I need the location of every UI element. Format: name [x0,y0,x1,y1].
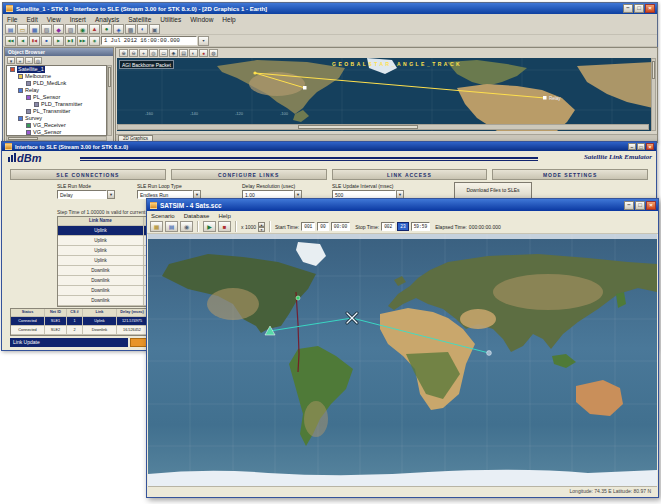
tree-item[interactable]: Satellite_1 [7,66,106,73]
minimize-icon[interactable]: − [628,143,636,150]
map-toolbar: ⊕ ⊖ + ◎ ▭ ◈ ▤ ◐ ● ◍ [116,48,657,58]
center-icon[interactable]: ◎ [149,49,158,57]
run-icon[interactable]: ▶ [203,221,216,232]
insert-object-icon[interactable]: ▲ [89,24,100,34]
satsim-menu-help[interactable]: Help [218,213,230,219]
stop-minsec-field[interactable]: 59:59 [411,222,431,231]
satsim-map-view[interactable] [148,234,657,488]
tree-item[interactable]: PLD_Transmitter [7,101,106,108]
window-icon[interactable]: ▣ [149,24,160,34]
report-icon[interactable]: ▧ [41,24,52,34]
stop-day-field[interactable]: 002 [381,222,395,231]
tree-item[interactable]: VG_Sensor [7,129,106,136]
browser-find-icon[interactable]: ◎ [34,57,42,64]
stk-menu-file[interactable]: File [7,16,17,23]
start-minsec-field[interactable]: 00:00 [331,222,351,231]
open-scenario-icon[interactable]: ▦ [150,221,163,232]
close-icon[interactable]: × [646,201,656,210]
rate-stepper[interactable]: ▲ ▼ [258,222,265,232]
close-icon[interactable]: × [646,143,654,150]
properties-icon[interactable]: ◆ [53,24,64,34]
map-2d-graphic [117,58,653,131]
save-icon[interactable]: ▦ [29,24,40,34]
globe-view-icon[interactable]: ◍ [209,49,218,57]
satsim-titlebar[interactable]: SATSIM - 4 Sats.scc − □ × [147,199,658,211]
run-icon[interactable]: ● [101,24,112,34]
map-2d-view[interactable]: AGI Backbone Packet GEOBALSTAR_ANGLE_TRA… [117,58,653,131]
stop-icon[interactable]: ■ [218,221,231,232]
tools-icon[interactable]: ◈ [113,24,124,34]
stk-menu-insert[interactable]: Insert [70,16,86,23]
tree-item[interactable]: Survey [7,115,106,122]
maximize-icon[interactable]: □ [637,143,645,150]
stk-menu-analysis[interactable]: Analysis [95,16,119,23]
stop-hour-field[interactable]: 23 [397,222,408,231]
sle-titlebar[interactable]: Interface to SLE (Stream 3.00 for STK 8.… [2,142,656,151]
anim-stop-icon[interactable]: ■ [41,36,52,46]
zoom-in-icon[interactable]: ⊕ [119,49,128,57]
browser-filter-icon[interactable]: ▾ [7,57,15,64]
tab-configure-links[interactable]: CONFIGURE LINKS [171,169,327,180]
table-row[interactable]: ConnectedSLE11Uplink121.574975 [11,317,148,326]
anim-step-back-icon[interactable]: ◀ [17,36,28,46]
map-horizontal-scrollbar[interactable] [117,124,649,130]
tree-item[interactable]: Melbourne [7,73,106,80]
satellite-icon [18,116,23,121]
maximize-icon[interactable]: □ [635,201,645,210]
tab-sle-connections[interactable]: SLE CONNECTIONS [10,169,166,180]
copy-icon[interactable]: ▨ [65,24,76,34]
region-zoom-icon[interactable]: ▭ [159,49,168,57]
snapshot-icon[interactable]: ◉ [180,221,193,232]
map-vertical-scrollbar[interactable] [651,58,656,131]
open-scenario-icon[interactable]: ▭ [17,24,28,34]
zoom-out-icon[interactable]: ⊖ [129,49,138,57]
details-icon[interactable]: ▤ [179,49,188,57]
record-icon[interactable]: ● [199,49,208,57]
tree-item[interactable]: PL_Sensor [7,94,106,101]
save-scenario-icon[interactable]: ▤ [165,221,178,232]
anim-rewind-icon[interactable]: ◀◀ [5,36,16,46]
animation-time-field[interactable]: 1 Jul 2012 16:00:00.000 [101,36,197,45]
tree-item[interactable]: PL_Transmitter [7,108,106,115]
grid-icon[interactable]: ▩ [125,24,136,34]
browser-expand-icon[interactable]: + [16,57,24,64]
browser-collapse-icon[interactable]: − [25,57,33,64]
stk-titlebar[interactable]: Satellite_1 - STK 8 - Interface to SLE (… [3,3,657,14]
new-scenario-icon[interactable]: ▤ [5,24,16,34]
stk-menu-window[interactable]: Window [190,16,213,23]
close-icon[interactable]: × [645,4,655,13]
start-day-field[interactable]: 001 [301,222,315,231]
projection-icon[interactable]: ◈ [169,49,178,57]
lon-tick: -120 [235,111,243,116]
satsim-menu-database[interactable]: Database [184,213,210,219]
stk-menu-help[interactable]: Help [222,16,235,23]
anim-forward-icon[interactable]: ▶▶ [77,36,88,46]
tab-mode-settings[interactable]: MODE SETTINGS [492,169,648,180]
satsim-menu-scenario[interactable]: Scenario [151,213,175,219]
minimize-icon[interactable]: − [624,201,634,210]
anim-reset-icon[interactable]: ◉ [89,36,100,46]
anim-step-icon[interactable]: ▶▮ [65,36,76,46]
day-night-icon[interactable]: ◐ [189,49,198,57]
start-hour-field[interactable]: 00 [317,222,328,231]
anim-pause-icon[interactable]: ▮◀ [29,36,40,46]
tree-item[interactable]: VG_Receiver [7,122,106,129]
stk-menu-utilities[interactable]: Utilities [160,16,181,23]
table-row[interactable]: ConnectedSLE22Downlink16.526452 [11,326,148,335]
tab-link-access[interactable]: LINK ACCESS [332,169,488,180]
stk-menu-satellite[interactable]: Satellite [128,16,151,23]
stk-menu-edit[interactable]: Edit [26,16,37,23]
half-globe-icon[interactable]: ◐ [137,24,148,34]
tree-item[interactable]: Relay [7,87,106,94]
pan-icon[interactable]: + [139,49,148,57]
run-mode-select[interactable]: Delay▼ [57,190,115,199]
tree-vertical-scrollbar[interactable] [107,65,112,136]
maximize-icon[interactable]: □ [634,4,644,13]
time-options-icon[interactable]: ▼ [198,36,209,46]
anim-play-icon[interactable]: ▶ [53,36,64,46]
globe-icon[interactable]: ◉ [77,24,88,34]
tree-item[interactable]: PLD_MedLnk [7,80,106,87]
stk-menu-view[interactable]: View [47,16,61,23]
transmitter-icon [26,109,31,114]
minimize-icon[interactable]: − [623,4,633,13]
